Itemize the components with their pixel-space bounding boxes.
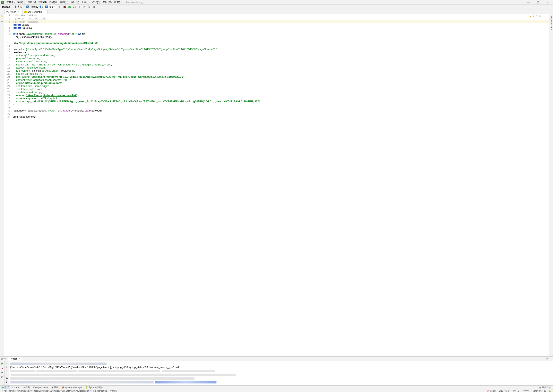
- pin-button[interactable]: ⊟: [0, 375, 4, 379]
- profile-button[interactable]: ⟳▾: [72, 5, 77, 9]
- warning-icon: ▲: [530, 15, 532, 17]
- structure-tool-button[interactable]: ☰: [0, 19, 4, 22]
- regex-tab-button[interactable]: ✻Regex Tester: [32, 386, 50, 389]
- tab-test-py[interactable]: Py test.py ✕: [5, 10, 22, 14]
- event-log-tab-button[interactable]: ▤事件日志: [538, 386, 552, 389]
- code-text: open(: [18, 32, 26, 35]
- menu-run[interactable]: 运行(U): [69, 0, 80, 4]
- tab-label: 运行: [4, 386, 9, 389]
- run-output[interactable]: {"success":true,"errorCode":0,"errorMsg"…: [9, 361, 553, 385]
- package-icon: 📦: [61, 386, 64, 389]
- status-message: Key Promoter X: Command 运行 'test'(U) mis…: [4, 390, 117, 392]
- output-text: {"success":true,"errorCode":0,"errorMsg"…: [10, 365, 552, 369]
- tab-label: Python Packages: [65, 386, 83, 389]
- code-text: headers: [63, 109, 72, 112]
- scroll-to-end-button[interactable]: ☰: [6, 373, 8, 376]
- close-button[interactable]: ✕: [543, 0, 552, 4]
- read-only-icon[interactable]: 🔒: [547, 390, 552, 392]
- redacted-output: [78, 370, 160, 372]
- code-text: requests: [21, 26, 32, 29]
- python-console-tab-button[interactable]: 🐍Python 控制台: [84, 386, 104, 389]
- tab-label: test.py: [10, 10, 16, 13]
- run-tool-left-toolbar: ■ ⏹ ⊟: [0, 361, 5, 385]
- redacted-output: [162, 370, 215, 372]
- soft-wrap-button[interactable]: ⇆: [6, 369, 8, 372]
- caret-position[interactable]: 3:20: [498, 390, 504, 392]
- run-button[interactable]: [57, 5, 62, 9]
- terminal-tab-button[interactable]: ▣终端: [50, 386, 60, 389]
- menu-vcs[interactable]: VCS(S): [91, 0, 102, 4]
- line-separator[interactable]: CRLF: [504, 390, 512, 392]
- search-everywhere-button[interactable]: 🔍: [87, 5, 91, 9]
- menu-help[interactable]: 帮助(H): [113, 0, 124, 4]
- debug-button[interactable]: 🐞: [62, 5, 67, 9]
- tab-label: TODO: [14, 386, 20, 389]
- menu-refactor[interactable]: 重构(R): [59, 0, 70, 4]
- key-promoter-tool-button[interactable]: Key Promoter X: [550, 15, 553, 357]
- close-tab-icon[interactable]: ✕: [18, 11, 20, 13]
- breadcrumb-file[interactable]: test.py: [30, 5, 39, 9]
- menu-navigate[interactable]: 导航(N): [37, 0, 48, 4]
- menu-window[interactable]: 窗口(W): [102, 0, 113, 4]
- todo-tab-button[interactable]: ≡TODO: [10, 386, 21, 389]
- right-margin-guide: [196, 14, 196, 357]
- clear-all-button[interactable]: 🗑: [6, 380, 8, 383]
- code-text: 'sec-fetch-mode': [15, 88, 35, 91]
- down-stack-button[interactable]: ↓: [6, 365, 7, 368]
- run-configuration-selector[interactable]: Py test ▾: [44, 5, 57, 9]
- code-text: # @Time : 2021/5/21 0021: [13, 17, 46, 20]
- chevron-down-icon[interactable]: ˅: [545, 14, 546, 17]
- code-text: 'same-origin': [34, 84, 49, 88]
- minimize-button[interactable]: —: [524, 0, 533, 4]
- memory-indicator[interactable]: 🗀: [543, 390, 547, 392]
- tool-hide-icon[interactable]: —: [549, 357, 552, 360]
- close-icon[interactable]: ✕: [19, 357, 21, 360]
- interpreter-widget[interactable]: Python 3.8: [531, 390, 543, 392]
- rerun-button[interactable]: [0, 362, 4, 365]
- menu-code[interactable]: 代码(C): [48, 0, 59, 4]
- python-packages-tab-button[interactable]: 📦Python Packages: [60, 386, 84, 389]
- code-text: 'zh-CN,zh;q=0.9': [38, 97, 57, 100]
- code-text: 'no-cache': [27, 57, 39, 60]
- maximize-button[interactable]: ▢: [533, 0, 543, 4]
- stop-button[interactable]: ■: [0, 366, 4, 370]
- breadcrumb-folder[interactable]: 拼多多: [14, 5, 23, 9]
- dropdown-icon: ▾: [54, 6, 56, 8]
- code-text: 'content-type': [15, 78, 31, 81]
- close-tab-icon[interactable]: ✕: [44, 11, 45, 13]
- code-text: payload =: [13, 48, 25, 51]
- up-stack-button[interactable]: ↑: [6, 362, 7, 364]
- print-button[interactable]: 🖶: [6, 377, 8, 379]
- menu-view[interactable]: 视图(V): [26, 0, 37, 4]
- project-tool-button[interactable]: 📁: [0, 15, 4, 18]
- tab-anti-content-js[interactable]: JS anti_content.js ✕: [22, 10, 48, 14]
- code-text: 'empty': [35, 91, 43, 94]
- stop-button[interactable]: ■: [77, 5, 81, 9]
- tool-windows-icon[interactable]: ▢: [1, 390, 4, 392]
- inspection-widget[interactable]: ▲3 ✔10 ˄ ˅: [529, 14, 547, 17]
- chevron-up-icon[interactable]: ˄: [542, 14, 544, 17]
- menu-bar: P 文件(F) 编辑(E) 视图(V) 导航(N) 代码(C) 重构(R) 运行…: [0, 0, 553, 5]
- code-text: headers = {: [13, 51, 26, 54]
- run-tool-tab[interactable]: Py test ✕: [8, 357, 22, 360]
- file-encoding[interactable]: UTF-8: [512, 390, 520, 392]
- code-text: 'origin': [15, 81, 23, 84]
- problems-tab-button[interactable]: ⊘问题: [22, 386, 31, 389]
- menu-tools[interactable]: 工具(T): [80, 0, 91, 4]
- git-button[interactable]: ⎇: [82, 5, 86, 9]
- navigation-bar: taobao 〉 拼多多 〉 Py test.py 👤▾ Py test ▾ 🐞…: [0, 5, 553, 9]
- menu-edit[interactable]: 编辑(E): [16, 0, 26, 4]
- tabnine-widget[interactable]: ◐ tabnine: [486, 390, 498, 392]
- add-config-button[interactable]: 👤▾: [39, 5, 43, 9]
- tool-settings-icon[interactable]: ⚙: [546, 357, 548, 360]
- menu-file[interactable]: 文件(F): [5, 0, 16, 4]
- breadcrumb-root[interactable]: taobao: [1, 5, 11, 9]
- problems-icon: ⊘: [23, 386, 25, 389]
- exit-button[interactable]: ⏹: [0, 371, 4, 374]
- settings-button[interactable]: ⚙: [92, 5, 96, 9]
- code-text: 'user-agent': [15, 75, 29, 78]
- code-editor[interactable]: ▲3 ✔10 ˄ ˅ 1# -*- coding: utf-8 -*- 2# @…: [4, 14, 549, 357]
- indent-widget[interactable]: 4 个空格: [520, 390, 531, 392]
- run-tab-button[interactable]: ▶运行: [1, 386, 10, 389]
- coverage-button[interactable]: ⬤: [67, 5, 72, 9]
